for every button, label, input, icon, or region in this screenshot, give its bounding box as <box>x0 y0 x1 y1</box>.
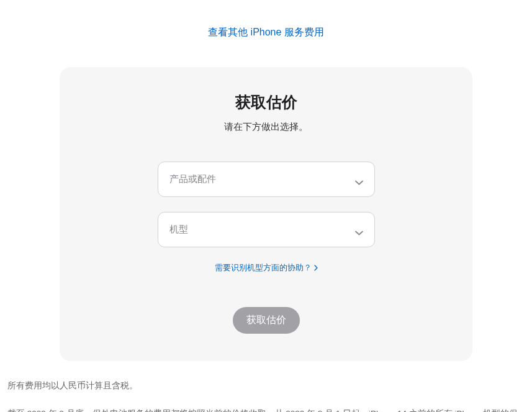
select-product-wrap: 产品或配件 <box>158 162 375 197</box>
card-subtitle: 请在下方做出选择。 <box>60 121 472 133</box>
chevron-down-icon <box>355 177 363 182</box>
estimate-card: 获取估价 请在下方做出选择。 产品或配件 机型 需要识别机型方面的协助？ <box>60 67 472 361</box>
identify-model-help-link[interactable]: 需要识别机型方面的协助？ <box>215 262 318 273</box>
select-product-placeholder: 产品或配件 <box>169 173 216 185</box>
card-title: 获取估价 <box>60 92 472 112</box>
other-fees-link[interactable]: 查看其他 iPhone 服务费用 <box>208 27 324 37</box>
footer-text: 所有费用均以人民币计算且含税。 截至 2023 年 2 月底，保外电池服务的费用… <box>0 361 532 412</box>
top-link-wrap: 查看其他 iPhone 服务费用 <box>0 0 532 57</box>
footer-line1: 所有费用均以人民币计算且含税。 <box>7 376 525 395</box>
select-product[interactable]: 产品或配件 <box>158 162 375 197</box>
select-model[interactable]: 机型 <box>158 212 375 247</box>
footer-line2-pre: 截至 2023 年 2 月底，保外电池服务的费用都将按照当前的价格收取。从 20… <box>7 409 518 412</box>
select-model-wrap: 机型 <box>158 212 375 247</box>
chevron-down-icon <box>355 227 363 232</box>
get-estimate-button[interactable]: 获取估价 <box>233 307 300 334</box>
select-model-placeholder: 机型 <box>169 224 188 236</box>
footer-line2: 截至 2023 年 2 月底，保外电池服务的费用都将按照当前的价格收取。从 20… <box>7 404 525 412</box>
help-link-text: 需要识别机型方面的协助？ <box>215 262 312 273</box>
chevron-right-icon <box>314 265 318 271</box>
